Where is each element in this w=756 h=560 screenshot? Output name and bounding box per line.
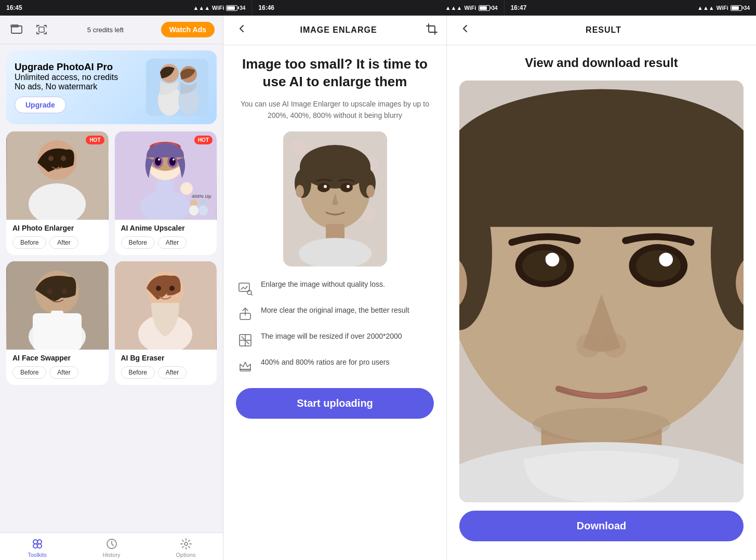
history-icon: [105, 537, 118, 551]
upgrade-text-block: Upgrade PhotoAI Pro Unlimited access, no…: [15, 61, 118, 113]
before-btn-2[interactable]: Before: [121, 236, 155, 249]
svg-point-11: [48, 156, 54, 161]
svg-point-12: [61, 156, 66, 161]
svg-point-46: [37, 540, 42, 544]
svg-point-100: [602, 334, 626, 357]
upgrade-title: Upgrade PhotoAI Pro: [15, 61, 118, 73]
svg-point-36: [47, 289, 52, 295]
feature-name-3: AI Face Swapper: [6, 350, 109, 366]
feature-item-4: 400% and 800% ratios are for pro users: [236, 357, 434, 376]
toolkits-icon: [31, 537, 44, 551]
feature-card-bg-eraser[interactable]: AI Bg Eraser Before After: [115, 261, 217, 385]
resize-limit-icon: [236, 331, 255, 350]
nav-label-toolkits: Toolkits: [28, 552, 47, 558]
face-swapper-image: [6, 261, 109, 350]
enlarge-hero-section: Image too small? It is time to use AI to…: [236, 56, 434, 121]
feature-text-4: 400% and 800% ratios are for pro users: [261, 357, 389, 368]
svg-point-50: [184, 542, 188, 545]
svg-rect-73: [240, 369, 250, 371]
feature-name-4: AI Bg Eraser: [115, 350, 217, 366]
panel-result: RESULT View and download result: [447, 16, 756, 560]
start-uploading-button[interactable]: Start uploading: [236, 388, 434, 419]
watch-ads-button[interactable]: Watch Ads: [161, 22, 215, 37]
credits-text: 5 credits left: [87, 26, 124, 34]
before-after-2: Before After: [115, 236, 217, 249]
svg-rect-86: [459, 158, 744, 227]
svg-point-21: [169, 157, 176, 166]
back-button-result[interactable]: [455, 21, 475, 39]
after-btn-1[interactable]: After: [49, 236, 78, 249]
time-3: 16:47: [511, 4, 527, 11]
svg-point-93: [522, 250, 567, 281]
feature-card-photo-enlarger[interactable]: HOT AI Photo Enlarger Before After: [6, 131, 109, 255]
feature-text-1: Enlarge the image without quality loss.: [261, 279, 385, 290]
crop-icon[interactable]: [426, 23, 438, 38]
svg-point-101: [533, 408, 670, 442]
hot-badge-2: HOT: [194, 136, 213, 144]
before-after-3: Before After: [6, 366, 109, 379]
feature-name-1: AI Photo Enlarger: [6, 220, 109, 236]
upgrade-image: [146, 59, 208, 116]
photo-enlarger-image: [6, 131, 109, 220]
status-icons-2: ▲▲▲ WiFi 34: [445, 5, 498, 11]
svg-point-22: [158, 158, 160, 161]
enlarge-feature-list: Enlarge the image without quality loss. …: [236, 279, 434, 376]
feature-card-face-swapper[interactable]: AI Face Swapper Before After: [6, 261, 109, 385]
signal-bars-1: ▲▲▲: [193, 5, 210, 11]
after-btn-3[interactable]: After: [49, 366, 78, 379]
svg-point-64: [340, 183, 353, 192]
download-button[interactable]: Download: [459, 511, 744, 541]
result-photo: [459, 81, 744, 502]
bottom-navigation: Toolkits History: [0, 532, 223, 560]
svg-point-45: [33, 540, 37, 544]
scan-icon[interactable]: [33, 21, 50, 38]
time-2: 16:46: [258, 4, 274, 11]
upgrade-line1: Unlimited access, no credits: [15, 73, 118, 82]
svg-point-47: [33, 544, 37, 548]
image-enlarge-icon: [236, 279, 255, 298]
nav-options[interactable]: Options: [149, 537, 223, 558]
svg-point-68: [366, 185, 375, 197]
result-panel-title: RESULT: [586, 25, 621, 35]
panel-home: 5 credits left Watch Ads Upgrade PhotoAI…: [0, 16, 223, 560]
nav-toolkits[interactable]: Toolkits: [0, 537, 74, 558]
nav-label-history: History: [102, 552, 120, 558]
before-btn-4[interactable]: Before: [121, 366, 155, 379]
svg-rect-61: [326, 224, 344, 239]
upload-quality-icon: [236, 305, 255, 324]
upgrade-button[interactable]: Upgrade: [15, 97, 66, 113]
wifi-icon-2: WiFi: [464, 5, 476, 11]
svg-point-52: [291, 139, 307, 155]
bg-eraser-image: [115, 261, 217, 350]
feature-item-1: Enlarge the image without quality loss.: [236, 279, 434, 298]
enlarge-content: Image too small? It is time to use AI to…: [223, 45, 446, 560]
svg-point-20: [155, 157, 161, 166]
anime-image: 400% Up: [115, 131, 217, 220]
time-1: 16:45: [6, 4, 22, 11]
nav-label-options: Options: [176, 552, 196, 558]
nav-history[interactable]: History: [74, 537, 149, 558]
after-btn-2[interactable]: After: [158, 236, 187, 249]
svg-line-27: [182, 184, 187, 189]
before-btn-3[interactable]: Before: [12, 366, 46, 379]
hot-badge-1: HOT: [86, 136, 104, 144]
upgrade-line2: No ads, No watermark: [15, 82, 118, 91]
feature-card-anime[interactable]: 400% Up HOT AI Anime Upscaler Before Aft…: [115, 131, 217, 255]
result-header: RESULT: [447, 16, 756, 45]
wifi-icon-3: WiFi: [717, 5, 728, 11]
svg-point-31: [198, 205, 208, 216]
feature-item-2: More clear the original image, the bette…: [236, 305, 434, 324]
svg-point-48: [37, 544, 42, 548]
before-btn-1[interactable]: Before: [12, 236, 46, 249]
battery-2: 34: [479, 5, 498, 11]
signal-bars-2: ▲▲▲: [445, 5, 462, 11]
wallet-icon[interactable]: [8, 21, 25, 38]
enlarge-panel-title: IMAGE ENLARGE: [300, 25, 377, 35]
battery-3: 34: [731, 5, 750, 11]
upgrade-banner: Upgrade PhotoAI Pro Unlimited access, no…: [6, 50, 217, 124]
svg-point-44: [169, 286, 175, 291]
feature-text-2: More clear the original image, the bette…: [261, 305, 409, 316]
after-btn-4[interactable]: After: [158, 366, 187, 379]
back-button-enlarge[interactable]: [232, 21, 251, 39]
svg-point-30: [189, 205, 198, 216]
